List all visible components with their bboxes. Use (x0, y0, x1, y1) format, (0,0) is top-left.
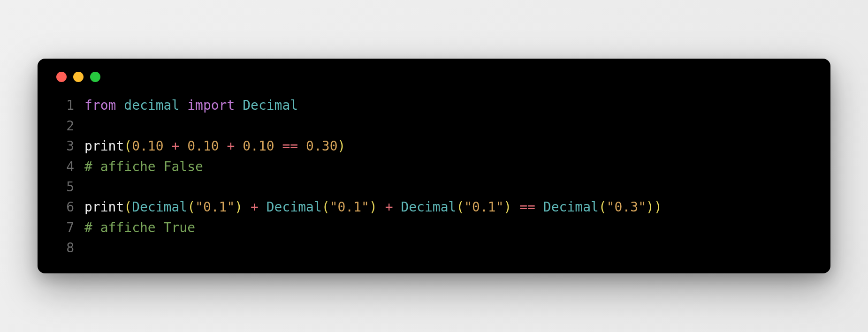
line-number: 5 (54, 177, 74, 197)
line-content: # affiche True (84, 218, 195, 238)
line-number: 7 (54, 218, 74, 238)
code-line: 5 (54, 177, 814, 197)
line-number: 4 (54, 157, 74, 177)
code-line: 7# affiche True (54, 218, 814, 238)
code-line: 4# affiche False (54, 157, 814, 177)
line-content: print(Decimal("0.1") + Decimal("0.1") + … (84, 197, 662, 217)
line-content: # affiche False (84, 157, 203, 177)
close-icon[interactable] (56, 72, 67, 82)
code-line: 2 (54, 116, 814, 136)
line-number: 8 (54, 238, 74, 258)
line-content: from decimal import Decimal (84, 95, 298, 115)
line-number: 2 (54, 116, 74, 136)
minimize-icon[interactable] (73, 72, 84, 82)
code-block: 1from decimal import Decimal23print(0.10… (54, 95, 814, 258)
code-window: 1from decimal import Decimal23print(0.10… (38, 59, 830, 273)
line-number: 6 (54, 197, 74, 217)
code-line: 3print(0.10 + 0.10 + 0.10 == 0.30) (54, 136, 814, 156)
code-line: 1from decimal import Decimal (54, 95, 814, 115)
code-line: 6print(Decimal("0.1") + Decimal("0.1") +… (54, 197, 814, 217)
line-number: 3 (54, 136, 74, 156)
zoom-icon[interactable] (90, 72, 100, 82)
line-number: 1 (54, 95, 74, 115)
code-line: 8 (54, 238, 814, 258)
line-content: print(0.10 + 0.10 + 0.10 == 0.30) (84, 136, 345, 156)
window-traffic-lights (56, 72, 814, 82)
